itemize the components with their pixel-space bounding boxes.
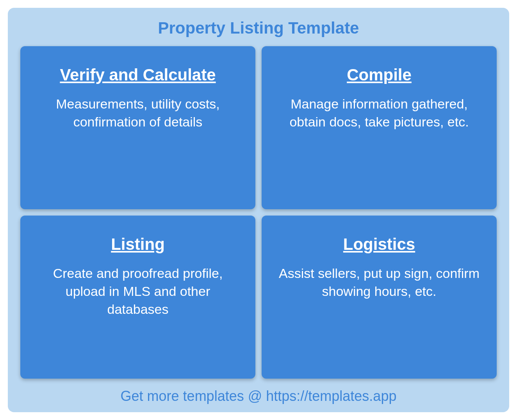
card-grid: Verify and Calculate Measurements, utili… bbox=[20, 46, 497, 379]
card-title: Verify and Calculate bbox=[60, 66, 216, 84]
footer-text: Get more templates @ https://templates.a… bbox=[20, 386, 497, 404]
card-title: Logistics bbox=[343, 235, 415, 254]
card-title: Compile bbox=[347, 66, 412, 84]
template-container: Property Listing Template Verify and Cal… bbox=[8, 8, 509, 412]
card-logistics: Logistics Assist sellers, put up sign, c… bbox=[262, 215, 497, 379]
card-description: Create and proofread profile, upload in … bbox=[36, 265, 240, 319]
card-title: Listing bbox=[111, 235, 165, 254]
card-description: Assist sellers, put up sign, confirm sho… bbox=[277, 265, 481, 301]
card-description: Measurements, utility costs, confirmatio… bbox=[36, 95, 240, 131]
page-title: Property Listing Template bbox=[20, 19, 497, 37]
card-listing: Listing Create and proofread profile, up… bbox=[20, 215, 255, 379]
card-verify-and-calculate: Verify and Calculate Measurements, utili… bbox=[20, 46, 255, 209]
card-compile: Compile Manage information gathered, obt… bbox=[262, 46, 497, 209]
card-description: Manage information gathered, obtain docs… bbox=[277, 95, 481, 131]
